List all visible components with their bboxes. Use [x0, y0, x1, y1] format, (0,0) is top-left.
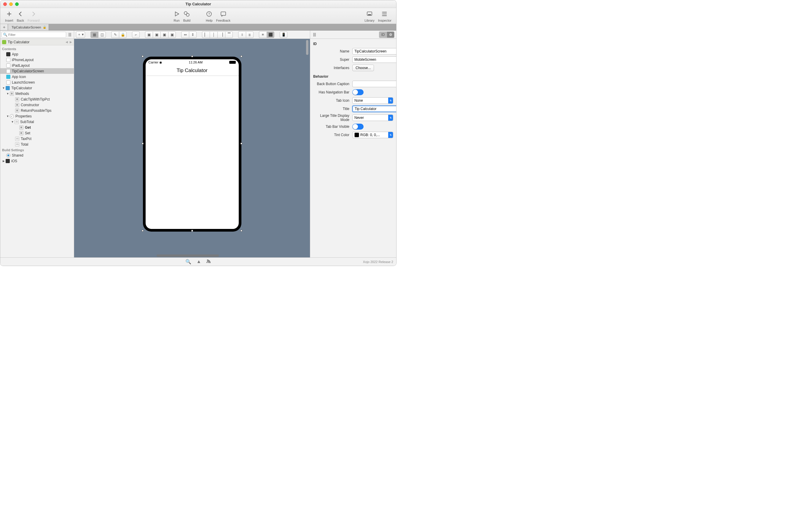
- tree-item-methods-folder[interactable]: ▼≡Methods: [0, 91, 74, 96]
- zoom-icon[interactable]: [15, 2, 19, 6]
- preview-light-button[interactable]: ☀: [259, 32, 267, 38]
- search-icon[interactable]: 🔍: [185, 259, 191, 265]
- order-3-button[interactable]: ▣: [161, 32, 168, 38]
- order-1-button[interactable]: ▣: [145, 32, 153, 38]
- design-canvas[interactable]: Carrier ◉ 11:26 AM Tip Calculator: [74, 39, 310, 258]
- add-control-button[interactable]: ＋ ▾: [76, 32, 85, 38]
- selection-handle[interactable]: [241, 55, 242, 57]
- navigator-tree[interactable]: Contents App iPhoneLayout iPadLayout Tip…: [0, 45, 74, 258]
- disclosure-triangle-icon[interactable]: ▼: [6, 115, 9, 118]
- tree-item-properties-folder[interactable]: ▼✓Properties: [0, 113, 74, 119]
- view-mode-1-button[interactable]: ▦: [91, 32, 98, 38]
- chevron-updown-icon: ⇅: [388, 98, 393, 103]
- fill-h-button[interactable]: ⇔: [181, 32, 189, 38]
- align-4-button[interactable]: ▔: [225, 32, 233, 38]
- tree-item-ipadlayout[interactable]: iPadLayout: [0, 62, 74, 68]
- super-input[interactable]: [352, 56, 396, 63]
- tree-item-get[interactable]: ≡Get: [0, 125, 74, 130]
- edit-pencil-button[interactable]: ✎: [111, 32, 119, 38]
- insert-button[interactable]: Insert: [5, 10, 13, 22]
- svg-point-1: [186, 13, 189, 16]
- back-caption-input[interactable]: [352, 81, 396, 87]
- tree-item-subtotal[interactable]: ▼.01SubTotal: [0, 119, 74, 125]
- panel-columns-icon[interactable]: ⫼: [312, 32, 317, 38]
- tree-item-method[interactable]: ≡Constructor: [0, 102, 74, 108]
- close-icon[interactable]: [3, 2, 7, 6]
- run-button[interactable]: Run: [173, 10, 180, 22]
- back-button[interactable]: Back: [17, 10, 24, 22]
- tabbar-visible-toggle[interactable]: [352, 124, 363, 130]
- choose-interfaces-button[interactable]: Choose...: [352, 65, 374, 71]
- traffic-lights: [3, 2, 19, 6]
- svg-rect-6: [368, 14, 371, 15]
- distribute-1-button[interactable]: ⫴: [238, 32, 246, 38]
- tab-icon-popup[interactable]: None⇅: [352, 97, 393, 104]
- warning-icon[interactable]: ▲: [196, 259, 201, 265]
- tree-item-taxpct[interactable]: .01TaxPct: [0, 136, 74, 141]
- name-input[interactable]: [352, 48, 396, 55]
- filter-search[interactable]: 🔍: [1, 32, 66, 38]
- inspector-tab-advanced-button[interactable]: ⚙: [387, 32, 394, 38]
- align-3-button[interactable]: ▕: [218, 32, 225, 38]
- library-button[interactable]: Library: [364, 10, 375, 22]
- device-screen[interactable]: Carrier ◉ 11:26 AM Tip Calculator: [146, 59, 239, 229]
- disclosure-triangle-icon[interactable]: ▶: [2, 159, 5, 163]
- inspector-tab-id-button[interactable]: ID: [379, 32, 387, 38]
- title-input[interactable]: [352, 106, 396, 112]
- tree-item-tipcalculator-class[interactable]: ▼TipCalculator: [0, 85, 74, 91]
- view-mode-2-button[interactable]: ◫: [98, 32, 106, 38]
- align-2-button[interactable]: │: [210, 32, 218, 38]
- minimize-icon[interactable]: [9, 2, 13, 6]
- horizontal-scrollbar[interactable]: [156, 254, 219, 257]
- svg-point-9: [382, 15, 382, 16]
- selection-handle[interactable]: [142, 142, 144, 145]
- order-4-button[interactable]: ▣: [168, 32, 176, 38]
- selection-handle[interactable]: [191, 55, 193, 57]
- tree-item-total[interactable]: .01Total: [0, 141, 74, 147]
- rss-icon[interactable]: [206, 259, 211, 265]
- tree-item-ios[interactable]: ▶iOS: [0, 158, 74, 164]
- has-navbar-toggle[interactable]: [352, 89, 363, 95]
- autolayout-button[interactable]: ⌐: [132, 32, 140, 38]
- tint-color-popup[interactable]: RGB: 0, 0,...⇅: [352, 132, 393, 138]
- layout-toolbar: ＋ ▾ ▦ ◫ ✎ 🔒 ⌐ ▣ ▣ ▣ ▣ ⇔ ⇕: [74, 31, 310, 39]
- history-forward-icon[interactable]: ▶: [70, 40, 72, 43]
- selection-handle[interactable]: [142, 55, 144, 57]
- tree-item-appicon[interactable]: App Icon: [0, 74, 74, 79]
- selection-handle[interactable]: [191, 230, 193, 232]
- disclosure-triangle-icon[interactable]: ▼: [2, 87, 5, 90]
- large-title-popup[interactable]: Never⇅: [352, 114, 393, 121]
- distribute-2-button[interactable]: ⫼: [246, 32, 253, 38]
- document-tab[interactable]: TipCalculatorScreen 🔒: [8, 24, 49, 30]
- preview-dark-button[interactable]: ⬛: [267, 32, 274, 38]
- tree-item-app[interactable]: App: [0, 51, 74, 57]
- tree-item-iphonelayout[interactable]: iPhoneLayout: [0, 57, 74, 62]
- build-button[interactable]: Build: [183, 10, 190, 22]
- inspector-button[interactable]: Inspector: [378, 10, 392, 22]
- disclosure-triangle-icon[interactable]: ▼: [11, 120, 14, 124]
- tree-item-tipcalculatorscreen[interactable]: TipCalculatorScreen: [0, 68, 74, 74]
- fill-v-button[interactable]: ⇕: [189, 32, 196, 38]
- lock-button[interactable]: 🔒: [119, 32, 127, 38]
- device-button[interactable]: 📱: [280, 32, 287, 38]
- order-2-button[interactable]: ▣: [153, 32, 161, 38]
- history-back-icon[interactable]: ◀: [65, 40, 68, 43]
- feedback-button[interactable]: Feedback: [216, 10, 230, 22]
- tree-item-method[interactable]: ≡CalcTipWithTipPct: [0, 96, 74, 102]
- new-tab-button[interactable]: ＋: [0, 24, 8, 30]
- filter-input[interactable]: [1, 32, 66, 38]
- selection-handle[interactable]: [241, 230, 242, 232]
- status-bar: 🔍 ▲ Xojo 2022 Release 2: [0, 258, 396, 266]
- search-icon: 🔍: [3, 33, 7, 37]
- tree-item-set[interactable]: ≡Set: [0, 130, 74, 136]
- selection-handle[interactable]: [142, 230, 144, 232]
- tree-item-launchscreen[interactable]: LaunchScreen: [0, 79, 74, 85]
- panel-columns-icon[interactable]: ⫼: [67, 32, 73, 38]
- selection-handle[interactable]: [241, 142, 242, 145]
- tree-item-method[interactable]: ≡ReturnPossibleTips: [0, 108, 74, 113]
- disclosure-triangle-icon[interactable]: ▼: [6, 92, 9, 95]
- align-1-button[interactable]: ▏: [202, 32, 210, 38]
- help-button[interactable]: ? Help: [206, 10, 213, 22]
- tree-item-shared[interactable]: Shared: [0, 152, 74, 158]
- vertical-scrollbar[interactable]: [305, 39, 309, 253]
